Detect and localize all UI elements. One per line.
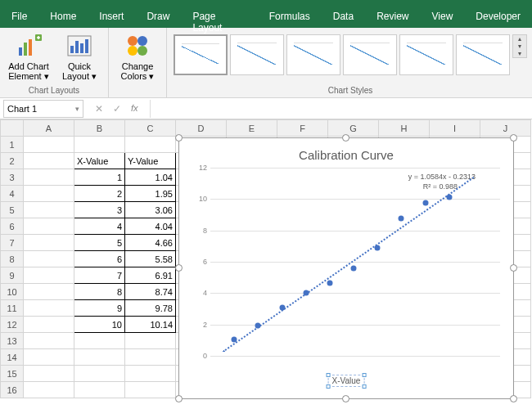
tab-data[interactable]: Data xyxy=(322,7,365,28)
tab-view[interactable]: View xyxy=(421,7,465,28)
cell-C7[interactable]: 4.66 xyxy=(125,235,176,251)
cell-A13[interactable] xyxy=(24,333,74,349)
resize-handle-e[interactable] xyxy=(510,264,517,272)
cell-C2[interactable]: Y-Value xyxy=(125,153,176,169)
data-point[interactable] xyxy=(399,216,404,222)
cell-C14[interactable] xyxy=(125,349,176,366)
row-header-3[interactable]: 3 xyxy=(1,169,24,186)
data-point[interactable] xyxy=(351,266,357,272)
cell-C9[interactable]: 6.91 xyxy=(125,267,176,284)
column-header-J[interactable]: J xyxy=(480,120,531,137)
row-header-12[interactable]: 12 xyxy=(1,317,24,333)
row-header-9[interactable]: 9 xyxy=(1,267,24,284)
cell-A15[interactable] xyxy=(24,366,74,382)
trendline-rsquared[interactable]: R² = 0.988 xyxy=(423,182,458,191)
column-header-F[interactable]: F xyxy=(277,120,328,137)
chart-style-6[interactable] xyxy=(456,34,510,75)
trendline-equation[interactable]: y = 1.0584x - 0.2313 xyxy=(408,173,476,181)
cell-C12[interactable]: 10.14 xyxy=(125,317,176,333)
cell-B1[interactable] xyxy=(74,137,125,153)
cell-B8[interactable]: 6 xyxy=(74,251,125,267)
label-handle[interactable] xyxy=(327,373,331,377)
row-header-15[interactable]: 15 xyxy=(1,366,24,382)
tab-developer[interactable]: Developer xyxy=(464,7,532,28)
row-header-4[interactable]: 4 xyxy=(1,186,24,202)
column-header-B[interactable]: B xyxy=(74,120,125,137)
tab-insert[interactable]: Insert xyxy=(88,7,135,28)
cell-B10[interactable]: 8 xyxy=(74,284,125,300)
resize-handle-s[interactable] xyxy=(342,395,349,402)
plot-area[interactable]: y = 1.0584x - 0.2313 R² = 0.988 02468101… xyxy=(210,168,500,361)
chart-title[interactable]: Calibration Curve xyxy=(184,143,508,167)
tab-home[interactable]: Home xyxy=(38,7,88,28)
column-header-D[interactable]: D xyxy=(176,120,227,137)
cell-C3[interactable]: 1.04 xyxy=(125,169,176,186)
cell-B15[interactable] xyxy=(74,366,125,382)
column-header-I[interactable]: I xyxy=(430,120,480,137)
formula-bar[interactable] xyxy=(150,100,532,118)
chart-style-5[interactable] xyxy=(399,34,453,75)
resize-handle-se[interactable] xyxy=(510,395,517,402)
change-colors-button[interactable]: Change Colors ▾ xyxy=(114,31,161,83)
cell-B4[interactable]: 2 xyxy=(74,186,125,202)
cell-A4[interactable] xyxy=(24,186,74,202)
cell-C8[interactable]: 5.58 xyxy=(125,251,176,267)
name-box[interactable]: Chart 1 ▾ xyxy=(3,100,83,118)
row-header-6[interactable]: 6 xyxy=(1,218,24,235)
chart-style-1[interactable] xyxy=(174,34,228,75)
cell-A9[interactable] xyxy=(24,267,74,284)
cell-A11[interactable] xyxy=(24,300,74,317)
quick-layout-button[interactable]: Quick Layout ▾ xyxy=(56,31,103,83)
resize-handle-n[interactable] xyxy=(342,134,349,142)
row-header-10[interactable]: 10 xyxy=(1,284,24,300)
cell-A2[interactable] xyxy=(24,153,74,169)
cell-B11[interactable]: 9 xyxy=(74,300,125,317)
tab-file[interactable]: File xyxy=(0,7,38,28)
column-header-G[interactable]: G xyxy=(328,120,379,137)
data-point[interactable] xyxy=(327,280,332,285)
cell-B6[interactable]: 4 xyxy=(74,218,125,235)
cell-B2[interactable]: X-Value xyxy=(74,153,125,169)
tab-draw[interactable]: Draw xyxy=(135,7,181,28)
cell-B12[interactable]: 10 xyxy=(74,317,125,333)
tab-formulas[interactable]: Formulas xyxy=(258,7,322,28)
embedded-chart[interactable]: Calibration Curve y = 1.0584x - 0.2313 R… xyxy=(178,137,514,399)
cancel-formula-icon[interactable]: ✕ xyxy=(95,103,103,115)
column-header-H[interactable]: H xyxy=(379,120,430,137)
data-point[interactable] xyxy=(422,200,428,205)
cell-C16[interactable] xyxy=(125,382,176,398)
row-header-7[interactable]: 7 xyxy=(1,235,24,251)
row-header-5[interactable]: 5 xyxy=(1,202,24,218)
label-handle[interactable] xyxy=(327,384,331,389)
cell-A14[interactable] xyxy=(24,349,74,366)
cell-C15[interactable] xyxy=(125,366,176,382)
column-header-E[interactable]: E xyxy=(227,120,277,137)
cell-B7[interactable]: 5 xyxy=(74,235,125,251)
resize-handle-sw[interactable] xyxy=(175,395,183,402)
cell-A1[interactable] xyxy=(24,137,74,153)
resize-handle-ne[interactable] xyxy=(510,134,517,142)
tab-page-layout[interactable]: Page Layout xyxy=(181,7,257,28)
chart-style-more[interactable]: ▴▾▾ xyxy=(512,34,527,58)
row-header-14[interactable]: 14 xyxy=(1,349,24,366)
column-header-A[interactable]: A xyxy=(24,120,74,137)
cell-C5[interactable]: 3.06 xyxy=(125,202,176,218)
cell-A6[interactable] xyxy=(24,218,74,235)
chart-style-3[interactable] xyxy=(286,34,340,75)
select-all-corner[interactable] xyxy=(1,120,24,137)
resize-handle-w[interactable] xyxy=(175,264,183,272)
cell-B5[interactable]: 3 xyxy=(74,202,125,218)
add-chart-element-button[interactable]: Add Chart Element ▾ xyxy=(5,31,52,83)
cell-C1[interactable] xyxy=(125,137,176,153)
chart-style-2[interactable] xyxy=(230,34,284,75)
label-handle[interactable] xyxy=(362,373,366,377)
chevron-down-icon[interactable]: ▾ xyxy=(75,105,79,113)
cell-B3[interactable]: 1 xyxy=(74,169,125,186)
row-header-13[interactable]: 13 xyxy=(1,333,24,349)
row-header-8[interactable]: 8 xyxy=(1,251,24,267)
cell-B13[interactable] xyxy=(74,333,125,349)
column-header-C[interactable]: C xyxy=(125,120,176,137)
tab-review[interactable]: Review xyxy=(365,7,420,28)
cell-C4[interactable]: 1.95 xyxy=(125,186,176,202)
row-header-2[interactable]: 2 xyxy=(1,153,24,169)
